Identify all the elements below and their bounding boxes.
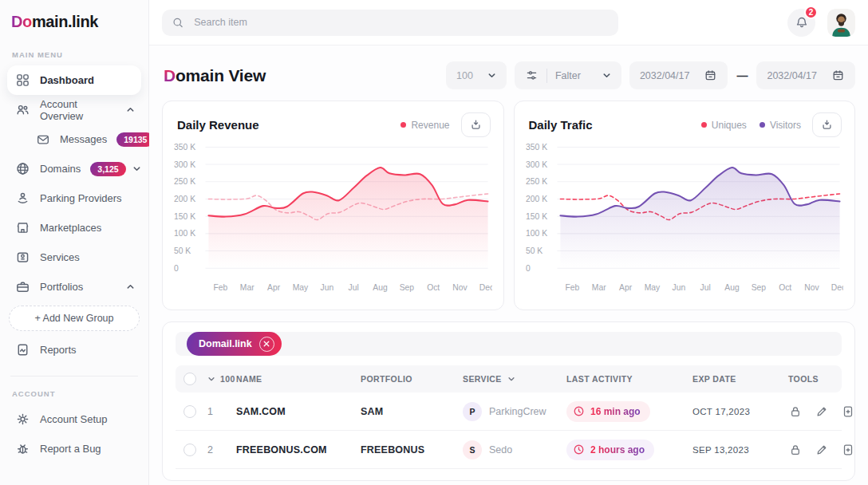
sidebar-item-report-a-bug[interactable]: Report a Bug <box>7 434 141 463</box>
date-from-picker[interactable]: 2032/04/17 <box>629 61 728 89</box>
clock-icon <box>573 405 585 417</box>
legend-item-uniques: Uniques <box>701 120 747 131</box>
select-all-control[interactable]: 100 <box>207 374 236 384</box>
column-header-exp-date: EXP DATE <box>692 374 788 384</box>
download-chart-button[interactable] <box>461 112 491 137</box>
main-menu-label: MAIN MENU <box>12 50 136 59</box>
user-avatar[interactable] <box>827 9 855 37</box>
edit-button[interactable] <box>815 404 829 419</box>
bug-icon <box>15 441 30 456</box>
svg-text:200 K: 200 K <box>174 194 195 203</box>
notification-count-badge: 2 <box>804 6 818 19</box>
app-logo[interactable]: Domain.link <box>11 13 141 31</box>
svg-text:Oct: Oct <box>427 282 440 292</box>
sidebar-item-dashboard[interactable]: Dashboard <box>7 65 141 95</box>
page-size-select[interactable]: 100 <box>446 61 507 89</box>
svg-text:Nov: Nov <box>804 282 819 292</box>
storefront-icon <box>15 220 30 235</box>
date-from-value: 2032/04/17 <box>640 70 690 81</box>
add-file-button[interactable] <box>841 404 855 419</box>
column-header-last-activity: LAST ACTIVITY <box>566 374 692 384</box>
sidebar-item-messages[interactable]: Messages 19135 <box>7 124 141 154</box>
last-activity-pill: 16 min ago <box>566 401 650 422</box>
service-cell: P ParkingCrew <box>463 402 566 421</box>
row-checkbox[interactable] <box>183 444 196 456</box>
exp-date: OCT 17,2023 <box>692 407 788 416</box>
search-input[interactable] <box>192 16 609 29</box>
svg-text:300 K: 300 K <box>174 159 195 168</box>
search-icon <box>172 16 184 30</box>
filter-dropdown[interactable]: Falter <box>515 61 621 89</box>
sidebar-item-label: Account Overview <box>40 98 116 122</box>
svg-text:Jul: Jul <box>700 282 710 292</box>
add-file-button[interactable] <box>841 443 855 457</box>
topbar: 2 <box>149 0 868 45</box>
filter-chip-domail-link[interactable]: Domail.link <box>187 332 282 356</box>
date-to-picker[interactable]: 2032/04/17 <box>756 61 855 89</box>
svg-text:Dec: Dec <box>479 282 492 292</box>
remove-filter-button[interactable] <box>259 337 274 352</box>
sidebar-item-label: Dashboard <box>40 74 94 86</box>
date-range-separator: — <box>736 69 748 82</box>
sidebar-item-label: Domains <box>40 163 81 175</box>
service-name: Sedo <box>489 444 512 455</box>
legend-item-visitors: Visitors <box>760 120 801 131</box>
notifications-button[interactable]: 2 <box>787 9 815 37</box>
svg-text:May: May <box>293 282 309 292</box>
svg-text:Jun: Jun <box>672 282 685 292</box>
sidebar-item-marketplaces[interactable]: Marketplaces <box>7 213 141 242</box>
calendar-icon <box>704 69 717 82</box>
sidebar-item-domains[interactable]: Domains 3,125 <box>7 154 141 183</box>
add-new-group-button[interactable]: + Add New Group <box>9 306 140 331</box>
edit-button[interactable] <box>815 443 829 457</box>
logo-rest: main.link <box>32 13 98 30</box>
sidebar-item-services[interactable]: Services <box>7 242 141 272</box>
chevron-down-icon <box>507 375 515 383</box>
avatar-image <box>827 9 855 37</box>
sidebar-item-label: Services <box>40 251 80 263</box>
pencil-icon <box>815 404 829 419</box>
svg-text:200 K: 200 K <box>526 194 547 203</box>
download-chart-button[interactable] <box>812 112 842 137</box>
service-avatar: P <box>463 402 482 421</box>
portfolio-name: SAM <box>361 406 463 417</box>
select-all-checkbox[interactable] <box>183 373 196 385</box>
column-header-name: NAME <box>236 374 361 384</box>
svg-text:150 K: 150 K <box>174 211 195 221</box>
calendar-icon <box>831 69 845 82</box>
sliders-icon <box>525 69 539 82</box>
domains-count-badge: 3,125 <box>90 162 125 176</box>
svg-text:150 K: 150 K <box>526 211 547 221</box>
lock-button[interactable] <box>788 404 803 419</box>
domain-name: FREEBONUS.COM <box>236 444 361 455</box>
sidebar-item-account-overview[interactable]: Account Overview <box>7 95 141 124</box>
svg-text:100 K: 100 K <box>174 228 195 238</box>
sidebar-item-parking-providers[interactable]: Parking Providers <box>7 183 141 213</box>
table-row[interactable]: 1 SAM.COM SAM P ParkingCrew 16 min ago O… <box>176 392 842 431</box>
search-bar[interactable] <box>162 10 618 36</box>
select-all-count: 100 <box>220 374 235 384</box>
filter-chip-label: Domail.link <box>199 338 252 349</box>
chart-legend: Revenue <box>400 120 449 131</box>
gear-icon <box>15 412 30 427</box>
sidebar-item-portfolios[interactable]: Portfolios <box>7 272 141 302</box>
last-activity-pill: 2 hours ago <box>566 440 654 460</box>
chart-legend: Uniques Visitors <box>701 120 801 131</box>
column-header-service[interactable]: SERVICE <box>463 374 566 384</box>
file-plus-icon <box>841 443 855 457</box>
sidebar-item-account-setup[interactable]: Account Setup <box>7 404 141 434</box>
sidebar-item-label: Parking Providers <box>40 192 122 204</box>
svg-text:May: May <box>644 282 660 292</box>
row-checkbox[interactable] <box>183 405 196 418</box>
page-content: Domain View 100 Falter 2032/04/17 <box>149 45 868 485</box>
chevron-down-icon <box>207 375 215 383</box>
legend-item-revenue: Revenue <box>400 120 449 131</box>
lock-button[interactable] <box>788 443 803 457</box>
service-avatar: S <box>463 440 482 459</box>
chevron-down-icon <box>602 71 611 80</box>
table-row[interactable]: 2 FREEBONUS.COM FREEBONUS S Sedo 2 hours… <box>176 431 842 469</box>
lock-icon <box>788 404 803 419</box>
svg-text:Sep: Sep <box>400 282 414 292</box>
svg-text:0: 0 <box>526 263 531 273</box>
sidebar-item-reports[interactable]: Reports <box>7 335 141 365</box>
